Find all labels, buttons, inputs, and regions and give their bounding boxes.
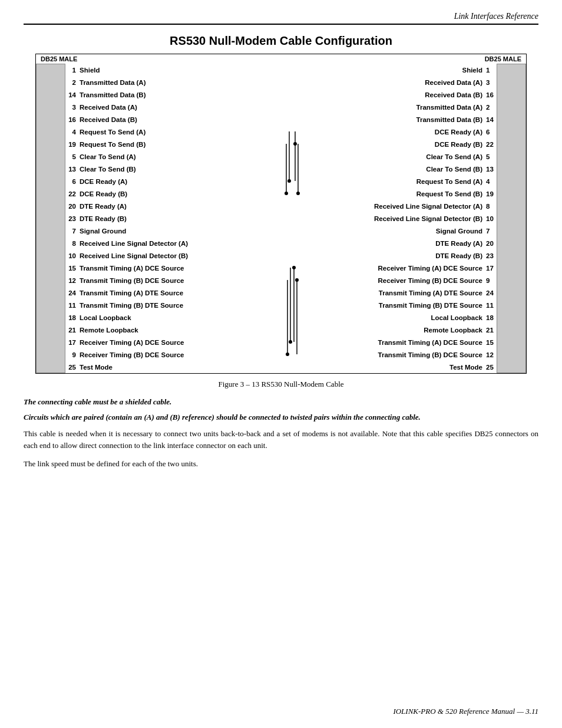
left-connector <box>36 64 65 373</box>
right-signal: Local Loopback <box>305 311 484 324</box>
mid-spacer <box>257 113 305 126</box>
left-pin-num: 18 <box>65 311 78 324</box>
right-pin-num: 14 <box>484 113 497 126</box>
left-db25-label: DB25 MALE <box>41 55 77 62</box>
right-pin-num: 20 <box>484 237 497 249</box>
right-signal: DTE Ready (B) <box>305 249 484 262</box>
left-signal: DTE Ready (B) <box>78 212 257 225</box>
right-signal: Transmitted Data (A) <box>305 101 484 113</box>
left-signal: Clear To Send (A) <box>78 150 257 163</box>
wiring-area: 1ShieldShield12Transmitted Data (A)Recei… <box>65 64 497 373</box>
left-pin-num: 25 <box>65 361 78 373</box>
left-signal: Received Line Signal Detector (A) <box>78 237 257 249</box>
left-pin-num: 8 <box>65 237 78 249</box>
left-signal: Transmit Timing (B) DTE Source <box>78 299 257 311</box>
left-signal: Shield <box>78 64 257 76</box>
table-row: 25Test ModeTest Mode25 <box>65 361 497 373</box>
diagram-title: RS530 Null-Modem Cable Configuration <box>24 34 538 48</box>
left-signal: Receiver Timing (A) DCE Source <box>78 336 257 348</box>
right-signal: Request To Send (A) <box>305 175 484 187</box>
left-pin-num: 19 <box>65 138 78 150</box>
right-pin-num: 25 <box>484 361 497 373</box>
right-pin-num: 3 <box>484 76 497 88</box>
note-1: The connecting cable must be a shielded … <box>24 397 538 407</box>
left-pin-num: 14 <box>65 88 78 101</box>
mid-spacer <box>257 163 305 175</box>
right-pin-num: 5 <box>484 150 497 163</box>
right-signal: DTE Ready (A) <box>305 237 484 249</box>
right-pin-num: 16 <box>484 88 497 101</box>
left-pin-num: 3 <box>65 101 78 113</box>
right-signal: Receiver Timing (B) DCE Source <box>305 274 484 286</box>
table-row: 11Transmit Timing (B) DTE SourceTransmit… <box>65 299 497 311</box>
mid-spacer <box>257 286 305 299</box>
mid-spacer <box>257 212 305 225</box>
table-row: 12Transmit Timing (B) DCE SourceReceiver… <box>65 274 497 286</box>
right-pin-num: 12 <box>484 348 497 361</box>
table-row: 9Receiver Timing (B) DCE SourceTransmit … <box>65 348 497 361</box>
right-signal: Receiver Timing (A) DCE Source <box>305 262 484 274</box>
left-signal: Transmit Timing (B) DCE Source <box>78 274 257 286</box>
left-pin-num: 5 <box>65 150 78 163</box>
mid-spacer <box>257 274 305 286</box>
right-pin-num: 22 <box>484 138 497 150</box>
left-signal: Received Data (A) <box>78 101 257 113</box>
right-pin-num: 2 <box>484 101 497 113</box>
right-signal: Transmitted Data (B) <box>305 113 484 126</box>
body-para-1: This cable is needed when it is necessar… <box>24 428 538 451</box>
left-pin-num: 13 <box>65 163 78 175</box>
left-pin-num: 11 <box>65 299 78 311</box>
mid-spacer <box>257 311 305 324</box>
left-signal: Remote Loopback <box>78 324 257 336</box>
table-row: 3Received Data (A)Transmitted Data (A)2 <box>65 101 497 113</box>
left-pin-num: 2 <box>65 76 78 88</box>
left-signal: Clear To Send (B) <box>78 163 257 175</box>
right-signal: Transmit Timing (A) DCE Source <box>305 336 484 348</box>
right-signal: Signal Ground <box>305 225 484 237</box>
mid-spacer <box>257 76 305 88</box>
table-row: 13Clear To Send (B)Clear To Send (B)13 <box>65 163 497 175</box>
table-row: 19Request To Send (B)DCE Ready (B)22 <box>65 138 497 150</box>
right-signal: Shield <box>305 64 484 76</box>
left-signal: DTE Ready (A) <box>78 200 257 212</box>
right-pin-num: 1 <box>484 64 497 76</box>
left-signal: Transmit Timing (A) DCE Source <box>78 262 257 274</box>
right-pin-num: 15 <box>484 336 497 348</box>
table-row: 17Receiver Timing (A) DCE SourceTransmit… <box>65 336 497 348</box>
figure-caption: Figure 3 – 13 RS530 Null-Modem Cable <box>24 380 538 389</box>
right-signal: Received Data (B) <box>305 88 484 101</box>
mid-spacer <box>257 187 305 200</box>
right-pin-num: 19 <box>484 187 497 200</box>
mid-spacer <box>257 138 305 150</box>
left-signal: Test Mode <box>78 361 257 373</box>
mid-spacer <box>257 88 305 101</box>
header-title: Link Interfaces Reference <box>454 12 538 21</box>
table-row: 2Transmitted Data (A)Received Data (A)3 <box>65 76 497 88</box>
right-pin-num: 10 <box>484 212 497 225</box>
left-pin-num: 24 <box>65 286 78 299</box>
left-signal: DCE Ready (A) <box>78 175 257 187</box>
table-row: 18Local LoopbackLocal Loopback18 <box>65 311 497 324</box>
mid-spacer <box>257 299 305 311</box>
wiring-table: 1ShieldShield12Transmitted Data (A)Recei… <box>65 64 497 373</box>
left-signal: Transmitted Data (A) <box>78 76 257 88</box>
mid-spacer <box>257 126 305 138</box>
table-row: 15Transmit Timing (A) DCE SourceReceiver… <box>65 262 497 274</box>
mid-spacer <box>257 348 305 361</box>
left-pin-num: 21 <box>65 324 78 336</box>
table-row: 6DCE Ready (A)Request To Send (A)4 <box>65 175 497 187</box>
table-row: 14Transmitted Data (B)Received Data (B)1… <box>65 88 497 101</box>
mid-spacer <box>257 249 305 262</box>
mid-spacer <box>257 262 305 274</box>
right-pin-num: 23 <box>484 249 497 262</box>
page-header: Link Interfaces Reference <box>24 12 538 25</box>
right-db25-label: DB25 MALE <box>485 55 521 62</box>
left-pin-num: 4 <box>65 126 78 138</box>
left-signal: Received Line Signal Detector (B) <box>78 249 257 262</box>
mid-spacer <box>257 237 305 249</box>
mid-spacer <box>257 200 305 212</box>
right-pin-num: 6 <box>484 126 497 138</box>
connectors-row: 1ShieldShield12Transmitted Data (A)Recei… <box>36 64 526 373</box>
table-row: 24Transmit Timing (A) DTE SourceTransmit… <box>65 286 497 299</box>
right-pin-num: 7 <box>484 225 497 237</box>
